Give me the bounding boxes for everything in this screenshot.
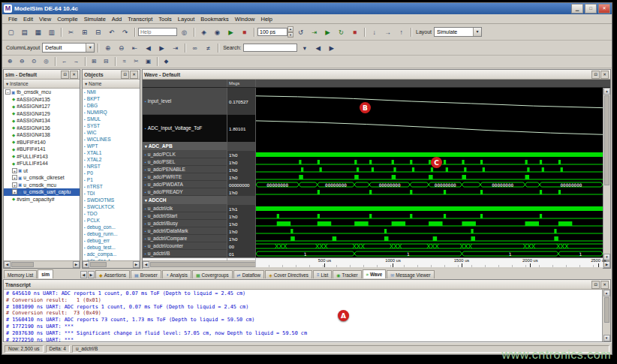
open-icon[interactable]: ▤ xyxy=(18,26,31,38)
objects-horizontal-scrollbar[interactable]: ◀▶ xyxy=(83,260,140,268)
objects-list-item[interactable]: ▪TDI xyxy=(83,190,140,197)
objects-list-item[interactable]: ▪debug_runn... xyxy=(83,230,140,237)
expand-all-icon[interactable]: ⊞ xyxy=(89,56,100,67)
sim-tree-item[interactable]: +▣u_cmsdk_clkreset xyxy=(4,174,80,182)
wave-signal-name[interactable]: ▪ADC_Input_Voltage_ToF xyxy=(143,115,227,142)
objects-list-item[interactable]: ▪SWDIOTMS xyxy=(83,197,140,203)
tab-analysis[interactable]: ◑Analysis xyxy=(162,270,191,278)
cursor-right-icon[interactable]: → xyxy=(71,56,82,67)
collapse-icon[interactable]: ▾ xyxy=(145,198,147,203)
wave-signal-name[interactable]: ▪u_adc/PWDATA xyxy=(143,181,227,188)
zoom-full-icon[interactable]: ⊙ xyxy=(29,56,40,67)
layout-combo[interactable]: Simulate▾ xyxy=(434,27,482,37)
expand-icon[interactable]: + xyxy=(12,168,17,173)
minimize-button[interactable]: ▁ xyxy=(571,4,583,14)
zoom-out-icon[interactable]: ⊖ xyxy=(17,56,28,67)
chevron-down-icon[interactable]: ▾ xyxy=(86,44,94,52)
wave-edit-icon[interactable]: ≈ xyxy=(119,56,130,67)
sim-tree-item[interactable]: ◆#ASSIGN#138 xyxy=(4,131,80,139)
sim-horizontal-scrollbar[interactable]: ◀▶ xyxy=(4,260,80,268)
menu-add[interactable]: Add xyxy=(109,16,125,23)
timeline-axis[interactable]: 500 us1000 us1500 us2000 us2500 us xyxy=(255,258,603,267)
panel-dock-icon[interactable]: ⊡ xyxy=(591,281,600,289)
objects-list-item[interactable]: ▪P1 xyxy=(83,176,140,183)
wave-plot-cell[interactable] xyxy=(255,115,603,142)
wave-signal-name[interactable]: ▪u_adctrl/B xyxy=(143,250,227,257)
transcript-log[interactable]: # 645610 ns UART: ADC reports 1 count, 0… xyxy=(4,290,602,341)
scroll-left-icon[interactable]: ◀ xyxy=(83,261,89,268)
spinner-buttons[interactable]: ▲▼ xyxy=(287,26,293,38)
wave-signal-name[interactable]: ▪u_adctrl/clk xyxy=(143,205,227,212)
step-over-icon[interactable]: → xyxy=(381,26,394,38)
objects-list-item[interactable]: ▪debug_err xyxy=(83,237,140,244)
scroll-up-icon[interactable]: ▲ xyxy=(603,290,610,296)
sim-tree-item[interactable]: −▣tb_cmsdk_mcu xyxy=(4,89,80,96)
panel-close-icon[interactable]: ✕ xyxy=(600,281,609,289)
spinner-up-icon[interactable]: ▲ xyxy=(287,26,293,32)
objects-list-item[interactable]: ▪XTAL1 xyxy=(83,149,140,156)
tab-sim[interactable]: sim xyxy=(38,269,53,278)
sim-tree-item[interactable]: ◆#ASSIGN#136 xyxy=(4,125,80,132)
wave-plot-cell[interactable] xyxy=(255,173,603,181)
menu-help[interactable]: Help xyxy=(258,16,275,23)
wave-group-name[interactable]: ▾ADC_APB xyxy=(143,142,227,151)
scroll-thumb[interactable] xyxy=(11,262,34,267)
cut-icon[interactable]: ✂ xyxy=(65,26,77,38)
scroll-thumb[interactable] xyxy=(90,262,107,267)
expand-icon[interactable]: + xyxy=(12,175,17,180)
delete-cursor-icon[interactable]: ⊖ xyxy=(115,42,128,54)
objects-list-item[interactable]: ▪SMUL xyxy=(83,116,140,122)
tab-message-viewer[interactable]: ✉Message Viewer xyxy=(387,270,434,278)
wave-plot-cell[interactable] xyxy=(255,142,603,151)
search-input[interactable] xyxy=(243,44,297,52)
cursor-left-icon[interactable]: ← xyxy=(59,56,70,67)
unlink-icon[interactable]: ≠ xyxy=(202,42,215,54)
compile-icon[interactable]: ◈ xyxy=(197,26,210,38)
objects-list-item[interactable]: ▪P0 xyxy=(83,170,140,176)
zoom-mode-icon[interactable]: ◎ xyxy=(41,56,52,67)
scroll-right-icon[interactable]: ▶ xyxy=(73,261,80,268)
wave-signal-name[interactable]: ▪u_adc/PCLK xyxy=(143,151,227,158)
objects-list-item[interactable]: ▪SYST xyxy=(83,122,140,129)
wave-plot-cell[interactable] xyxy=(255,212,603,220)
tab-tracker[interactable]: ◉Tracker xyxy=(333,270,361,278)
sim-tree-item[interactable]: +▣u_cmsdk_uart_captu xyxy=(4,188,80,196)
objects-list-item[interactable]: ▪XTAL2 xyxy=(83,156,140,163)
goto-time-icon[interactable]: ◆ xyxy=(161,56,172,67)
help-search-go-icon[interactable]: ◎ xyxy=(178,26,191,38)
sim-tree-item[interactable]: ◆#ASSIGN#129 xyxy=(4,110,80,118)
scroll-left-icon[interactable]: ◀ xyxy=(143,261,149,268)
new-file-icon[interactable]: ▢ xyxy=(5,26,17,38)
objects-list-item[interactable]: ▪adc_compa... xyxy=(83,251,140,257)
sim-tree-item[interactable]: ◆#ASSIGN#134 xyxy=(4,117,80,125)
panel-close-icon[interactable]: ✕ xyxy=(130,71,138,79)
wave-signal-name[interactable]: ▪u_adctrl/Start xyxy=(143,212,227,220)
tab-cover-directives[interactable]: ◈Cover Directives xyxy=(265,270,312,278)
menu-transcript[interactable]: Transcript xyxy=(125,16,155,23)
undo-icon[interactable]: ↶ xyxy=(105,26,118,38)
redo-icon[interactable]: ↷ xyxy=(119,26,131,38)
objects-list-item[interactable]: ▪NRST xyxy=(83,163,140,170)
sim-tree-item[interactable]: ◆#ASSIGN#127 xyxy=(4,103,80,110)
sim-tree-item[interactable]: ◆#FULLIF#144 xyxy=(4,160,80,167)
run-all-icon[interactable]: ↻ xyxy=(335,26,348,38)
compile-all-icon[interactable]: ◉ xyxy=(211,26,224,38)
wave-cut-icon[interactable]: ✂ xyxy=(131,56,142,67)
objects-list-item[interactable]: ▪NMI xyxy=(83,89,140,95)
spinner-down-icon[interactable]: ▼ xyxy=(287,32,293,38)
wave-signal-name[interactable]: ▪u_adctrl/Compare xyxy=(143,235,227,242)
transcript-scrollbar[interactable]: ▲▼ xyxy=(602,290,610,341)
chevron-down-icon[interactable]: ▾ xyxy=(473,28,481,36)
tab-scroll-left-icon[interactable]: ◀ xyxy=(80,271,87,278)
objects-list-item[interactable]: ▪debug_test... xyxy=(83,244,140,251)
wave-plot-cell[interactable] xyxy=(255,205,603,212)
tab-wave[interactable]: ≈Wave xyxy=(363,269,387,278)
objects-list-item[interactable]: ▪NUMIRQ xyxy=(83,109,140,116)
wave-signal-name[interactable]: ▪u_adc/PREADY xyxy=(143,188,227,196)
scroll-thumb[interactable] xyxy=(604,95,609,185)
restart-icon[interactable]: ↺ xyxy=(294,26,307,38)
scroll-up-icon[interactable]: ▲ xyxy=(603,88,610,95)
menu-simulate[interactable]: Simulate xyxy=(81,16,109,23)
expand-icon[interactable]: + xyxy=(12,182,17,188)
continue-run-icon[interactable]: ▶ xyxy=(321,26,334,38)
